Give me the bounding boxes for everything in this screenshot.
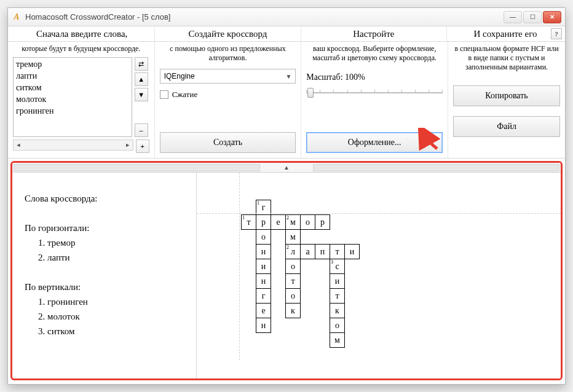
grid-cell: н	[256, 245, 271, 259]
add-word-button[interactable]: +	[136, 139, 149, 153]
grid-empty	[345, 304, 360, 318]
step-3-header: Настройте	[301, 26, 447, 41]
app-icon: A	[12, 12, 22, 22]
vertical-guide	[239, 173, 240, 360]
move-up-button[interactable]: ▲	[135, 73, 148, 86]
grid-cell: т	[330, 289, 345, 304]
preview-area: ▲ Слова кроссворда:По горизонтали:1. тре…	[10, 161, 563, 380]
create-button[interactable]: Создать	[160, 132, 296, 153]
grid-empty	[315, 304, 330, 318]
grid-cell: т	[286, 274, 301, 289]
swap-button[interactable]: ⇄	[135, 57, 148, 71]
close-button[interactable]: ✕	[543, 11, 561, 23]
maximize-button[interactable]: ☐	[523, 11, 542, 23]
grid-empty	[345, 274, 360, 289]
word-list-item[interactable]: лапти	[16, 71, 129, 82]
clue-down-item: 3. ситком	[25, 324, 190, 339]
grid-empty	[345, 289, 360, 304]
design-button[interactable]: Оформление...	[306, 132, 443, 153]
grid-empty	[301, 274, 315, 289]
zoom-value: 100%	[345, 73, 365, 82]
grid-empty	[242, 318, 256, 333]
grid-cell: р	[315, 215, 330, 230]
grid-cell: н	[256, 274, 271, 289]
grid-empty	[242, 333, 256, 348]
panel-configure: ваш кроссворд. Выберите оформление, масш…	[301, 42, 448, 158]
grid-empty	[330, 230, 345, 245]
copy-button[interactable]: Копировать	[453, 85, 560, 106]
preview-hscroll[interactable]: ▲	[12, 163, 561, 173]
step-1-header: Сначала введите слова,	[9, 26, 155, 41]
grid-empty	[242, 259, 256, 274]
zoom-label-row: Масштаб: 100%	[306, 73, 443, 82]
grid-cell: о	[301, 215, 315, 230]
grid-cell: 1г	[256, 200, 271, 215]
grid-empty	[271, 259, 286, 274]
step-headers: Сначала введите слова, Создайте кроссвор…	[8, 26, 565, 42]
clue-down-head: По вертикали:	[25, 280, 190, 294]
zoom-slider[interactable]	[306, 86, 443, 98]
grid-cell: м	[286, 230, 301, 245]
compress-checkbox[interactable]	[160, 90, 168, 99]
panels-row: которые будут в будущем кроссворде. трем…	[8, 42, 565, 159]
step-4-label: И сохраните его	[473, 29, 537, 39]
word-list-item[interactable]: молоток	[16, 94, 129, 106]
grid-empty	[242, 230, 256, 245]
grid-cell: к	[286, 304, 301, 318]
remove-word-button[interactable]: –	[135, 123, 148, 137]
grid-empty	[345, 333, 360, 348]
move-down-button[interactable]: ▼	[135, 88, 148, 101]
grid-empty	[286, 333, 301, 348]
grid-empty	[301, 333, 315, 348]
compress-row[interactable]: Сжатие	[160, 90, 296, 100]
scroll-right-icon: ►	[124, 141, 132, 149]
grid-empty	[301, 304, 315, 318]
grid-cell: и	[345, 245, 360, 259]
algorithm-select[interactable]: IQEngine ▼	[160, 69, 296, 84]
word-list-item[interactable]: тремор	[16, 59, 129, 71]
grid-empty	[330, 200, 345, 215]
window-buttons: — ☐ ✕	[504, 11, 561, 23]
grid-cell: о	[286, 289, 301, 304]
grid-cell: 2м	[286, 215, 301, 230]
chevron-down-icon: ▼	[285, 73, 291, 80]
word-list-item[interactable]: ситком	[16, 82, 129, 94]
help-button[interactable]: ?	[551, 28, 562, 39]
word-list-item[interactable]: гронинген	[16, 106, 129, 117]
grid-pane[interactable]: 1г1тре2моромн2лаптиио3снтиготеккном	[197, 173, 561, 378]
grid-empty	[301, 318, 315, 333]
grid-cell: е	[256, 304, 271, 318]
grid-empty	[242, 289, 256, 304]
grid-cell: г	[256, 289, 271, 304]
grid-cell: 1т	[242, 215, 256, 230]
ruler-center-icon: ▲	[283, 164, 290, 171]
step-4-header: И сохраните его ?	[447, 26, 564, 41]
grid-empty	[301, 289, 315, 304]
panel-words-sub: которые будут в будущем кроссворде.	[13, 44, 149, 53]
panel-words: которые будут в будущем кроссворде. трем…	[8, 42, 155, 158]
slider-thumb[interactable]	[307, 88, 314, 98]
grid-empty	[271, 333, 286, 348]
wordlist-hscroll[interactable]: ◄ ►	[13, 139, 133, 151]
minimize-button[interactable]: —	[504, 11, 522, 23]
grid-empty	[242, 200, 256, 215]
panel-save-sub: в специальном формате HCF или в виде пап…	[453, 44, 560, 72]
clue-pane: Слова кроссворда:По горизонтали:1. тремо…	[12, 173, 197, 378]
app-window: A Homacosoft CrosswordCreator - [5 слов]…	[7, 7, 566, 385]
clue-title: Слова кроссворда:	[25, 191, 190, 206]
grid-cell: 2л	[286, 245, 301, 259]
grid-empty	[315, 274, 330, 289]
file-button[interactable]: Файл	[453, 116, 560, 137]
grid-empty	[345, 200, 360, 215]
algorithm-value: IQEngine	[164, 72, 195, 80]
grid-cell: п	[315, 245, 330, 259]
grid-empty	[345, 215, 360, 230]
grid-cell: а	[301, 245, 315, 259]
grid-empty	[242, 245, 256, 259]
clue-down-item: 1. гронинген	[25, 294, 190, 309]
grid-empty	[301, 230, 315, 245]
word-list[interactable]: треморлаптиситкоммолотокгронинген	[13, 57, 132, 137]
grid-cell: м	[330, 333, 345, 348]
grid-empty	[271, 200, 286, 215]
grid-empty	[301, 259, 315, 274]
